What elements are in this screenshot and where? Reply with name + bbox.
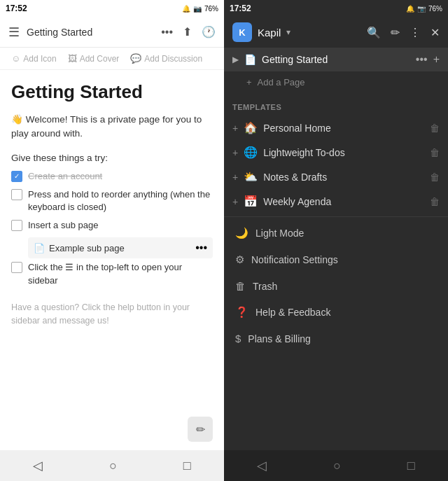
template-item-3[interactable]: + 📅 Weekly Agenda 🗑 (224, 189, 448, 214)
edit-fab[interactable]: ✏ (188, 417, 213, 442)
add-discussion-action[interactable]: 💬 Add Discussion (130, 53, 202, 64)
template-name-2: Notes & Drafts (263, 172, 327, 183)
menu-item-help[interactable]: ❓ Help & Feedback (224, 299, 448, 326)
add-page-row[interactable]: + Add a Page (224, 71, 448, 96)
add-cover-label: Add Cover (80, 54, 120, 64)
checkbox-3[interactable] (11, 220, 22, 231)
home-nav-icon[interactable]: ○ (109, 459, 117, 473)
status-icons-right: 🔔 📷 76% (406, 5, 442, 13)
template-emoji-2: ⛅ (244, 170, 258, 183)
search-icon[interactable]: 🔍 (367, 26, 381, 39)
checkbox-4[interactable] (11, 262, 22, 273)
camera-icon-right: 📷 (417, 5, 426, 13)
back-nav-icon-right[interactable]: ◁ (257, 458, 267, 473)
try-label: Give these things a try: (11, 153, 213, 163)
nav-bar-right: ◁ ○ □ (224, 450, 448, 481)
add-icon-label: Add Icon (23, 54, 56, 64)
workspace-name: Kapil (258, 27, 281, 39)
gs-add-icon[interactable]: + (433, 53, 440, 66)
recents-nav-icon[interactable]: □ (183, 459, 191, 473)
template-plus-icon-1: + (232, 147, 238, 158)
todo-text-2: Press and hold to reorder anything (when… (28, 188, 213, 214)
clock-icon[interactable]: 🕐 (202, 25, 216, 39)
template-trash-icon-3[interactable]: 🗑 (430, 196, 440, 207)
workspace-chevron-icon: ▾ (286, 27, 290, 37)
share-icon[interactable]: ⬆ (183, 25, 192, 39)
page-content: Getting Started 👋 Welcome! This is a pri… (0, 70, 224, 450)
gear-icon: ⚙ (235, 253, 244, 266)
todo-item-2: Press and hold to reorder anything (when… (11, 188, 213, 214)
gs-label: Getting Started (262, 54, 328, 65)
todo-item-1: Create an account (11, 170, 213, 183)
recents-nav-icon-right[interactable]: □ (407, 459, 415, 473)
home-nav-icon-right[interactable]: ○ (333, 459, 341, 473)
templates-section-label: TEMPLATES (224, 96, 448, 116)
close-icon[interactable]: ✕ (430, 26, 440, 39)
template-trash-icon-0[interactable]: 🗑 (430, 123, 440, 134)
template-left-0: + 🏠 Personal Home (232, 121, 331, 134)
add-cover-action[interactable]: 🖼 Add Cover (68, 53, 120, 64)
template-name-1: Lightweight To-dos (263, 147, 344, 158)
status-time-right: 17:52 (230, 4, 251, 13)
battery-label: 76% (204, 5, 218, 13)
status-time-left: 17:52 (6, 4, 27, 13)
help-icon: ❓ (235, 306, 248, 319)
sub-page-more-icon[interactable]: ••• (195, 242, 207, 254)
menu-item-notification-settings[interactable]: ⚙ Notification Settings (224, 246, 448, 273)
battery-label-right: 76% (428, 5, 442, 13)
getting-started-row[interactable]: ▶ 📄 Getting Started ••• + (224, 48, 448, 71)
workspace-left[interactable]: K Kapil ▾ (232, 22, 290, 42)
top-bar-right-actions: 🔍 ✏ ⋮ ✕ (367, 26, 440, 39)
status-bar-right: 17:52 🔔 📷 76% (224, 0, 448, 17)
add-icon-action[interactable]: ☺ Add Icon (11, 53, 57, 64)
dollar-icon: $ (235, 333, 241, 344)
status-icons-left: 🔔 📷 76% (182, 5, 218, 13)
page-title-bar: Getting Started (27, 27, 92, 38)
template-trash-icon-1[interactable]: 🗑 (430, 147, 440, 158)
template-item-0[interactable]: + 🏠 Personal Home 🗑 (224, 116, 448, 140)
back-nav-icon[interactable]: ◁ (33, 458, 43, 473)
template-plus-icon-0: + (232, 123, 238, 134)
gs-more-icon[interactable]: ••• (416, 53, 428, 66)
trash-label: Trash (253, 281, 277, 292)
smiley-icon: ☺ (11, 53, 20, 64)
new-page-icon[interactable]: ✏ (391, 26, 400, 39)
todo-text-3: Insert a sub page (28, 219, 98, 232)
nav-bar-left: ◁ ○ □ (0, 450, 224, 481)
top-bar-right-icons-left: ••• ⬆ 🕐 (161, 25, 216, 39)
camera-icon: 📷 (193, 5, 202, 13)
template-left-2: + ⛅ Notes & Drafts (232, 170, 327, 183)
checkbox-2[interactable] (11, 189, 22, 200)
gs-actions: ••• + (416, 53, 440, 66)
page-heading: Getting Started (11, 81, 213, 103)
menu-item-light-mode[interactable]: 🌙 Light Mode (224, 220, 448, 246)
menu-item-billing[interactable]: $ Plans & Billing (224, 326, 448, 351)
gs-left: ▶ 📄 Getting Started (232, 54, 328, 65)
template-trash-icon-2[interactable]: 🗑 (430, 172, 440, 183)
sidebar-content: ▶ 📄 Getting Started ••• + + Add a Page T… (224, 48, 448, 450)
top-bar-right: K Kapil ▾ 🔍 ✏ ⋮ ✕ (224, 17, 448, 48)
menu-item-trash[interactable]: 🗑 Trash (224, 273, 448, 299)
more-icon[interactable]: ••• (161, 26, 173, 39)
light-mode-label: Light Mode (255, 228, 304, 239)
sub-page-item[interactable]: 📄 Example sub page ••• (28, 237, 213, 258)
notification-icon-right: 🔔 (406, 5, 414, 13)
help-text: Have a question? Click the help button i… (11, 301, 213, 328)
image-icon: 🖼 (68, 53, 77, 64)
hamburger-icon[interactable]: ☰ (8, 25, 20, 40)
right-panel: 17:52 🔔 📷 76% K Kapil ▾ 🔍 ✏ ⋮ ✕ ▶ 📄 Gett… (224, 0, 448, 481)
template-item-1[interactable]: + 🌐 Lightweight To-dos 🗑 (224, 140, 448, 165)
todo-item-3: Insert a sub page (11, 219, 213, 232)
workspace-avatar: K (232, 22, 252, 42)
more-options-icon[interactable]: ⋮ (410, 26, 421, 39)
template-item-2[interactable]: + ⛅ Notes & Drafts 🗑 (224, 165, 448, 189)
expand-arrow-icon: ▶ (232, 55, 239, 64)
template-plus-icon-2: + (232, 172, 238, 183)
chat-icon: 💬 (130, 53, 141, 64)
todo-item-4: Click the ☰ in the top-left to open your… (11, 261, 213, 286)
add-discussion-label: Add Discussion (144, 54, 202, 64)
gs-doc-icon: 📄 (244, 54, 256, 65)
checkbox-1[interactable] (11, 171, 22, 182)
sub-page-left: 📄 Example sub page (34, 243, 125, 253)
template-left-1: + 🌐 Lightweight To-dos (232, 146, 345, 159)
